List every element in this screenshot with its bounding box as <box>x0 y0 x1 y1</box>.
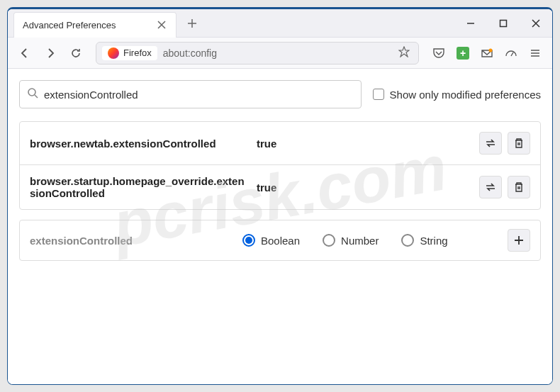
delete-button[interactable] <box>508 176 530 198</box>
forward-button[interactable] <box>39 42 62 65</box>
pref-actions <box>479 132 530 155</box>
radio-number[interactable]: Number <box>323 234 379 247</box>
radio-boolean[interactable]: Boolean <box>242 234 300 247</box>
radio-icon <box>401 234 414 247</box>
radio-string[interactable]: String <box>401 234 447 247</box>
pocket-icon[interactable] <box>427 42 450 65</box>
tabs-strip: Advanced Preferences <box>8 9 454 38</box>
svg-point-1 <box>489 48 493 52</box>
show-modified-checkbox[interactable] <box>373 89 384 100</box>
close-tab-icon[interactable] <box>156 19 167 30</box>
add-pref-name: extensionControlled <box>30 235 242 247</box>
close-window-button[interactable] <box>520 9 552 38</box>
identity-box[interactable]: Firefox <box>102 46 157 60</box>
pref-actions <box>479 176 530 198</box>
add-pref-row: extensionControlled Boolean Number Strin… <box>19 220 541 261</box>
radio-label: Boolean <box>261 235 300 247</box>
nav-toolbar: Firefox + <box>8 38 552 69</box>
delete-button[interactable] <box>508 132 530 155</box>
radio-icon <box>242 234 255 247</box>
pref-row: browser.startup.homepage_override.extens… <box>20 165 540 209</box>
back-button[interactable] <box>13 42 36 65</box>
dashboard-icon[interactable] <box>500 42 522 65</box>
content-area: Show only modified preferences browser.n… <box>8 69 552 384</box>
extension-icon[interactable]: + <box>452 42 474 65</box>
minimize-button[interactable] <box>454 9 487 38</box>
tab-title: Advanced Preferences <box>23 20 156 30</box>
svg-point-2 <box>28 89 35 96</box>
reload-button[interactable] <box>65 42 87 65</box>
bookmark-star-icon[interactable] <box>396 43 413 63</box>
type-radio-group: Boolean Number String <box>242 234 508 247</box>
active-tab[interactable]: Advanced Preferences <box>13 12 177 38</box>
window-frame: Advanced Preferences <box>7 7 553 385</box>
toolbar-icons: + <box>427 42 547 65</box>
pref-value: true <box>257 138 479 150</box>
show-modified-checkbox-label[interactable]: Show only modified preferences <box>373 89 541 101</box>
pref-row: browser.newtab.extensionControlled true <box>20 122 540 165</box>
url-bar[interactable]: Firefox <box>96 42 419 65</box>
new-tab-button[interactable] <box>182 13 202 33</box>
prefs-table: browser.newtab.extensionControlled true … <box>19 121 541 210</box>
url-input[interactable] <box>163 47 396 59</box>
radio-icon <box>323 234 335 247</box>
checkbox-text: Show only modified preferences <box>390 89 541 101</box>
search-input[interactable] <box>44 89 354 101</box>
pref-value: true <box>257 181 479 194</box>
search-icon <box>27 87 38 101</box>
svg-rect-0 <box>500 20 507 26</box>
toggle-button[interactable] <box>479 176 502 198</box>
radio-label: String <box>420 235 447 247</box>
pref-name: browser.startup.homepage_override.extens… <box>30 175 257 199</box>
add-button[interactable] <box>508 229 530 252</box>
menu-icon[interactable] <box>524 42 547 65</box>
search-box[interactable] <box>19 80 362 108</box>
window-controls <box>454 9 552 38</box>
radio-label: Number <box>341 235 379 247</box>
pref-name: browser.newtab.extensionControlled <box>30 138 257 150</box>
titlebar: Advanced Preferences <box>8 9 552 38</box>
identity-label: Firefox <box>123 47 152 58</box>
search-row: Show only modified preferences <box>19 80 541 108</box>
toggle-button[interactable] <box>479 132 502 155</box>
maximize-button[interactable] <box>487 9 520 38</box>
firefox-icon <box>108 47 119 59</box>
mail-icon[interactable] <box>476 42 498 65</box>
